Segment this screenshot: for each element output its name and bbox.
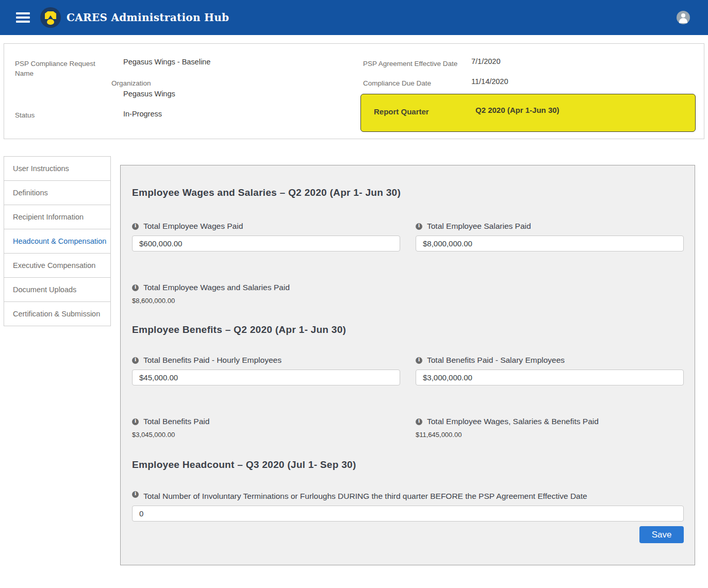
wages-salaries-input-row: Total Employee Wages Paid Total Employee…	[132, 199, 684, 251]
benefits-salary-label: Total Benefits Paid - Salary Employees	[427, 355, 565, 365]
sidebar-item-document-uploads[interactable]: Document Uploads	[4, 277, 111, 302]
wages-paid-input[interactable]	[132, 236, 400, 251]
info-icon[interactable]	[132, 284, 139, 291]
sidebar-item-recipient-information[interactable]: Recipient Information	[4, 205, 111, 229]
benefits-salary-input[interactable]	[416, 369, 684, 385]
grand-total-label: Total Employee Wages, Salaries & Benefit…	[427, 416, 599, 427]
headcount-heading: Employee Headcount – Q3 2020 (Jul 1- Sep…	[132, 458, 684, 472]
psp-request-name-label: PSP Compliance Request Name	[15, 59, 97, 78]
wages-salaries-heading: Employee Wages and Salaries – Q2 2020 (A…	[132, 186, 684, 199]
terminations-label: Total Number of Involuntary Terminations…	[143, 489, 587, 503]
psp-request-name-value: Pegasus Wings - Baseline	[123, 57, 210, 67]
app-header: CARES Administration Hub	[0, 0, 708, 35]
benefits-hourly-input[interactable]	[132, 369, 400, 385]
effective-date-label: PSP Agreement Effective Date	[363, 59, 457, 69]
sidebar-item-headcount-compensation[interactable]: Headcount & Compensation	[4, 229, 111, 254]
hamburger-icon[interactable]	[16, 12, 30, 23]
organization-label: Organization	[111, 78, 151, 88]
wages-salaries-total-value: $8,600,000.00	[132, 297, 684, 305]
sidebar-item-definitions[interactable]: Definitions	[4, 180, 111, 205]
benefits-totals-row: Total Benefits Paid $3,045,000.00 Total …	[132, 385, 684, 439]
info-icon[interactable]	[132, 223, 139, 230]
effective-date-value: 7/1/2020	[471, 57, 500, 66]
due-date-value: 11/14/2020	[471, 77, 508, 87]
status-value: In-Progress	[123, 109, 162, 119]
section-nav: User Instructions Definitions Recipient …	[4, 156, 111, 326]
wages-salaries-total-label: Total Employee Wages and Salaries Paid	[143, 282, 290, 293]
report-quarter-label: Report Quarter	[374, 107, 429, 116]
salaries-paid-input[interactable]	[416, 236, 684, 251]
grand-total-value: $11,645,000.00	[416, 431, 684, 439]
info-icon[interactable]	[416, 418, 422, 425]
salaries-paid-label: Total Employee Salaries Paid	[427, 221, 531, 231]
sidebar-item-user-instructions[interactable]: User Instructions	[4, 156, 111, 181]
benefits-input-row: Total Benefits Paid - Hourly Employees T…	[132, 337, 684, 385]
benefits-total-value: $3,045,000.00	[132, 431, 400, 439]
compliance-summary-card: PSP Compliance Request Name Pegasus Wing…	[4, 43, 704, 139]
info-icon[interactable]	[416, 223, 422, 230]
info-icon[interactable]	[416, 357, 422, 364]
info-icon[interactable]	[132, 357, 139, 364]
sidebar-item-executive-compensation[interactable]: Executive Compensation	[4, 253, 111, 278]
headcount-compensation-form: Employee Wages and Salaries – Q2 2020 (A…	[120, 165, 695, 565]
info-icon[interactable]	[132, 418, 139, 425]
benefits-heading: Employee Benefits – Q2 2020 (Apr 1- Jun …	[132, 323, 684, 337]
benefits-hourly-label: Total Benefits Paid - Hourly Employees	[143, 355, 282, 365]
save-button[interactable]: Save	[639, 526, 684, 543]
report-quarter-value: Q2 2020 (Apr 1-Jun 30)	[475, 106, 559, 114]
user-avatar-icon[interactable]	[677, 11, 690, 24]
wages-paid-label: Total Employee Wages Paid	[143, 221, 243, 231]
app-title: CARES Administration Hub	[67, 11, 229, 24]
sidebar-item-certification-submission[interactable]: Certification & Submission	[4, 301, 111, 326]
app-logo-icon	[40, 7, 61, 28]
report-quarter-highlight: Report Quarter Q2 2020 (Apr 1-Jun 30)	[360, 94, 696, 132]
info-icon[interactable]	[132, 491, 139, 498]
benefits-total-label: Total Benefits Paid	[143, 416, 209, 427]
terminations-input[interactable]	[132, 506, 684, 522]
status-label: Status	[15, 110, 35, 120]
due-date-label: Compliance Due Date	[363, 78, 431, 88]
organization-value: Pegasus Wings	[123, 89, 175, 99]
